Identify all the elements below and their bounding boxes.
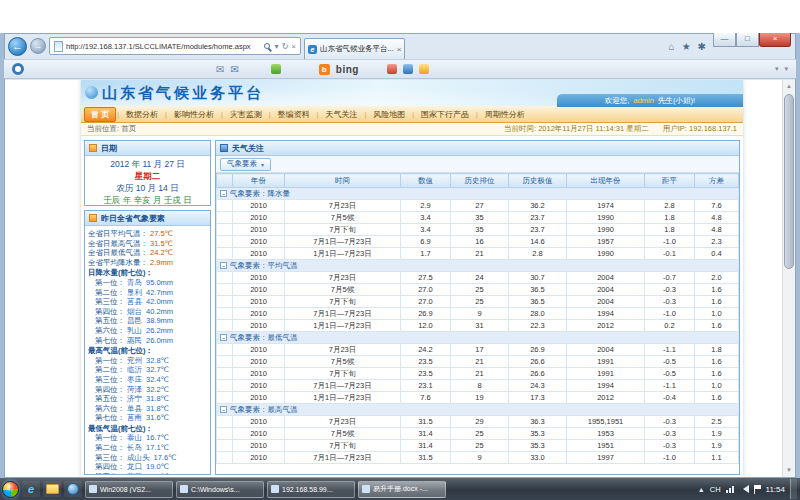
table-row[interactable]: 20107月下旬23.52126.61991-0.51.6 bbox=[217, 368, 739, 380]
plugin-icon-blue[interactable] bbox=[403, 64, 413, 74]
url-text[interactable]: http://192.168.137.1/SLCCLIMATE/modules/… bbox=[66, 42, 261, 51]
mail-icon-2[interactable]: ✉ bbox=[230, 64, 238, 75]
nav-item-0[interactable]: 首 页 bbox=[84, 107, 116, 122]
group-row[interactable]: -气象要素：最高气温 bbox=[217, 404, 739, 416]
taskbar-button-0[interactable]: Win2008 (VS2... bbox=[85, 481, 173, 498]
column-header-0[interactable]: 年份 bbox=[233, 174, 285, 188]
scroll-up-icon[interactable]: ▲ bbox=[783, 80, 795, 93]
volume-icon[interactable] bbox=[739, 485, 749, 493]
station-name[interactable]: 莒县 bbox=[127, 297, 142, 307]
station-name[interactable]: 菏泽 bbox=[127, 385, 142, 395]
start-button[interactable] bbox=[2, 481, 19, 498]
group-row[interactable]: -气象要素：最低气温 bbox=[217, 332, 739, 344]
station-name[interactable]: 青岛 bbox=[127, 278, 142, 288]
taskbar-button-3[interactable]: 易升手册.docx -... bbox=[358, 481, 446, 498]
action-center-icon[interactable] bbox=[754, 485, 761, 494]
station-name[interactable]: 泰山 bbox=[127, 433, 142, 443]
station-name[interactable]: 单县 bbox=[127, 404, 142, 414]
ie-taskbar-icon[interactable]: e bbox=[22, 481, 40, 497]
table-row[interactable]: 20107月5候23.52126.61991-0.51.6 bbox=[217, 356, 739, 368]
station-name[interactable]: 蓬莱 bbox=[127, 472, 142, 475]
explorer-taskbar-icon[interactable] bbox=[43, 481, 61, 497]
plugin-icon-green[interactable] bbox=[271, 64, 281, 74]
close-button[interactable]: × bbox=[759, 33, 791, 47]
plugin-icon-red[interactable] bbox=[387, 64, 397, 74]
nav-item-3[interactable]: 灾害监测 bbox=[224, 108, 268, 121]
tools-icon[interactable]: ✱ bbox=[698, 41, 706, 52]
table-row[interactable]: 20107月下旬3.43523.719901.84.8 bbox=[217, 224, 739, 236]
stop-icon[interactable]: × bbox=[291, 42, 296, 51]
station-name[interactable]: 乳山 bbox=[127, 326, 142, 336]
station-name[interactable]: 成山头 bbox=[127, 453, 150, 463]
nav-item-7[interactable]: 国家下行产品 bbox=[415, 108, 475, 121]
toolbar-overflow-icon-2[interactable]: ▾ bbox=[784, 65, 788, 73]
tray-expand-icon[interactable]: ▲ bbox=[698, 486, 705, 493]
nav-item-5[interactable]: 天气关注 bbox=[319, 108, 363, 121]
address-dropdown-icon[interactable]: ▾ bbox=[275, 42, 279, 51]
clock[interactable]: 11:54 bbox=[766, 485, 785, 494]
column-header-7[interactable]: 方差 bbox=[695, 174, 739, 188]
search-icon[interactable] bbox=[264, 43, 270, 49]
station-name[interactable]: 昌邑 bbox=[127, 316, 142, 326]
taskbar-button-2[interactable]: 192.168.58.99... bbox=[267, 481, 355, 498]
column-header-1[interactable]: 时间 bbox=[285, 174, 401, 188]
collapse-icon[interactable]: - bbox=[220, 406, 227, 413]
network-icon[interactable] bbox=[726, 485, 734, 493]
station-name[interactable]: 长岛 bbox=[127, 443, 142, 453]
plugin-icon-yellow[interactable] bbox=[419, 64, 429, 74]
station-name[interactable]: 莒南 bbox=[127, 413, 142, 423]
nav-item-8[interactable]: 周期性分析 bbox=[479, 108, 531, 121]
collapse-icon[interactable]: - bbox=[220, 190, 227, 197]
bing-label[interactable]: bing bbox=[336, 64, 359, 75]
home-icon[interactable]: ⌂ bbox=[669, 41, 675, 52]
table-row[interactable]: 20107月23日24.21726.92004-1.11.8 bbox=[217, 344, 739, 356]
taskbar-button-1[interactable]: C:\Windows\s... bbox=[176, 481, 264, 498]
station-name[interactable]: 龙口 bbox=[127, 462, 142, 472]
table-row[interactable]: 20107月23日2.92736.219742.87.6 bbox=[217, 200, 739, 212]
scrollbar-thumb[interactable] bbox=[784, 94, 794, 269]
table-row[interactable]: 20101月1日—7月23日12.03122.320120.21.6 bbox=[217, 320, 739, 332]
minimize-button[interactable]: — bbox=[713, 33, 736, 47]
tab-close-icon[interactable]: × bbox=[397, 45, 402, 54]
element-filter-button[interactable]: 气象要素 ▾ bbox=[220, 158, 271, 171]
address-bar[interactable]: http://192.168.137.1/SLCCLIMATE/modules/… bbox=[49, 37, 301, 55]
station-name[interactable]: 枣庄 bbox=[127, 375, 142, 385]
column-header-6[interactable]: 距平 bbox=[645, 174, 695, 188]
collapse-icon[interactable]: - bbox=[220, 262, 227, 269]
forward-button[interactable]: → bbox=[30, 38, 46, 54]
station-name[interactable]: 垦利 bbox=[127, 288, 142, 298]
column-header-2[interactable]: 数值 bbox=[401, 174, 451, 188]
table-row[interactable]: 20107月下旬31.42535.31951-0.31.9 bbox=[217, 440, 739, 452]
station-name[interactable]: 临沂 bbox=[127, 365, 142, 375]
toolbar-logo-icon[interactable] bbox=[12, 63, 24, 75]
ime-indicator[interactable]: CH bbox=[710, 485, 721, 494]
table-row[interactable]: 20107月5候3.43523.719901.84.8 bbox=[217, 212, 739, 224]
table-row[interactable]: 20101月1日—7月23日7.61917.32012-0.41.6 bbox=[217, 392, 739, 404]
table-row[interactable]: 20107月1日—7月23日6.91614.61957-1.02.3 bbox=[217, 236, 739, 248]
table-row[interactable]: 20107月23日27.52430.72004-0.72.0 bbox=[217, 272, 739, 284]
table-row[interactable]: 20107月5候27.02536.52004-0.31.6 bbox=[217, 284, 739, 296]
station-name[interactable]: 烟台 bbox=[127, 307, 142, 317]
favorites-icon[interactable]: ★ bbox=[682, 41, 691, 52]
nav-item-1[interactable]: 数据分析 bbox=[120, 108, 164, 121]
bing-icon[interactable]: b bbox=[319, 64, 330, 75]
table-row[interactable]: 20107月23日31.52936.31955,1951-0.32.5 bbox=[217, 416, 739, 428]
media-player-taskbar-icon[interactable] bbox=[64, 481, 82, 497]
nav-item-4[interactable]: 整编资料 bbox=[272, 108, 316, 121]
mail-icon[interactable]: ✉ bbox=[216, 64, 224, 75]
collapse-icon[interactable]: - bbox=[220, 334, 227, 341]
table-row[interactable]: 20101月1日—7月23日1.7212.81990-0.10.4 bbox=[217, 248, 739, 260]
nav-item-6[interactable]: 风险地图 bbox=[367, 108, 411, 121]
station-name[interactable]: 惠民 bbox=[127, 336, 142, 346]
column-header-4[interactable]: 历史极值 bbox=[509, 174, 567, 188]
maximize-button[interactable]: □ bbox=[736, 33, 759, 47]
group-row[interactable]: -气象要素：降水量 bbox=[217, 188, 739, 200]
nav-item-2[interactable]: 影响性分析 bbox=[168, 108, 220, 121]
refresh-icon[interactable]: ↻ bbox=[282, 42, 289, 51]
column-header-5[interactable]: 出现年份 bbox=[567, 174, 645, 188]
group-row[interactable]: -气象要素：平均气温 bbox=[217, 260, 739, 272]
scroll-down-icon[interactable]: ▼ bbox=[783, 464, 795, 477]
show-desktop-button[interactable] bbox=[790, 479, 797, 499]
table-row[interactable]: 20107月5候31.42535.31953-0.31.9 bbox=[217, 428, 739, 440]
back-button[interactable]: ← bbox=[8, 37, 27, 56]
